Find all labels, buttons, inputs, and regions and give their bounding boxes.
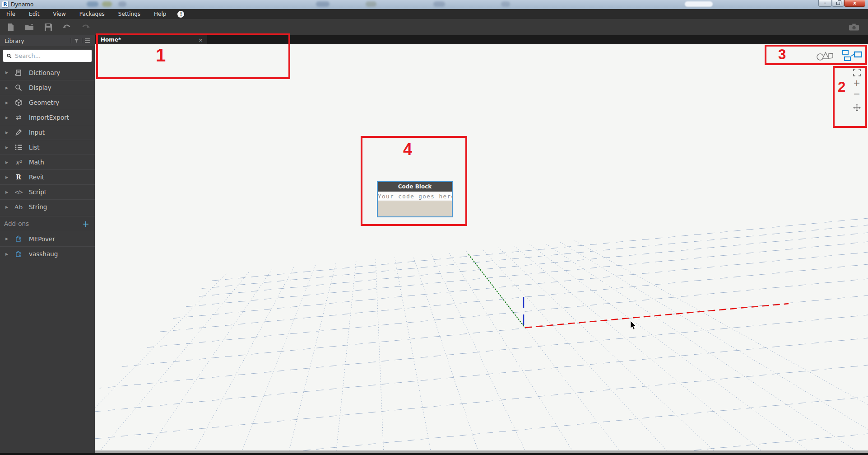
window-bottom-edge [0,453,868,455]
chevron-right-icon[interactable]: ▶ [5,116,10,120]
titlebar-blur-artifact [102,1,112,7]
pencil-icon [13,129,24,136]
library-panel: Library ▶ Dictionary ▶ Display [0,35,95,453]
annotation-box-4 [361,136,467,226]
cube-icon [13,99,24,107]
addon-item-label: vasshaug [29,250,58,258]
library-item-label: Display [29,84,51,91]
annotation-label-3: 3 [778,47,786,63]
new-file-button[interactable] [5,22,16,33]
code-icon: </> [13,189,24,195]
chevron-right-icon[interactable]: ▶ [5,145,10,150]
new-file-icon [6,23,15,32]
book-icon [13,69,24,76]
addon-item-label: MEPover [29,235,55,243]
library-item-math[interactable]: ▶ x² Math [0,155,95,169]
library-item-list[interactable]: ▶ List [0,140,95,155]
search-input[interactable] [15,52,92,59]
filter-icon[interactable] [74,38,79,43]
camera-icon [849,23,859,32]
chevron-right-icon[interactable]: ▶ [5,101,10,105]
chevron-right-icon[interactable]: ▶ [5,175,10,179]
library-item-label: Dictionary [29,69,60,76]
menu-help[interactable]: Help [147,9,173,19]
chevron-right-icon[interactable]: ▶ [5,86,10,90]
library-item-label: Script [29,188,46,196]
chevron-right-icon[interactable]: ▶ [5,190,10,194]
library-item-label: Geometry [29,99,59,106]
open-folder-icon [24,23,34,32]
restore-icon [836,2,840,5]
titlebar-blur-artifact [501,1,510,7]
library-item-revit[interactable]: ▶ R Revit [0,169,95,184]
library-item-dictionary[interactable]: ▶ Dictionary [0,65,95,80]
library-item-geometry[interactable]: ▶ Geometry [0,95,95,110]
search-icon [7,53,12,59]
puzzle-icon [13,251,24,258]
revit-icon: R [13,174,24,181]
library-item-string[interactable]: ▶ Ab String [0,199,95,214]
undo-button[interactable] [61,22,72,33]
3d-grid-preview [95,44,868,455]
menu-view[interactable]: View [46,9,72,19]
titlebar-blur-artifact [87,1,98,7]
addon-item-mepover[interactable]: ▶ MEPover [0,231,95,246]
library-item-script[interactable]: ▶ </> Script [0,184,95,199]
minimize-button[interactable]: – [818,0,832,7]
open-file-button[interactable] [24,22,35,33]
library-item-input[interactable]: ▶ Input [0,125,95,140]
menu-file[interactable]: File [0,9,22,19]
menu-settings[interactable]: Settings [111,9,147,19]
save-icon [44,23,53,32]
list-view-icon[interactable] [85,38,90,43]
ab-icon: Ab [13,203,24,211]
redo-button[interactable] [80,22,91,33]
chevron-right-icon[interactable]: ▶ [5,131,10,135]
chevron-right-icon[interactable]: ▶ [5,70,10,75]
addons-title: Add-ons [4,220,82,227]
library-item-label: Math [29,159,44,166]
menu-edit[interactable]: Edit [22,9,46,19]
library-item-label: ImportExport [29,114,69,121]
titlebar-blur-artifact [316,1,330,7]
restore-button[interactable] [832,0,844,7]
titlebar-blur-artifact [366,1,376,7]
x-squared-icon: x² [13,159,24,166]
addons-list: ▶ MEPover ▶ vasshaug [0,231,95,261]
dynamo-app-window: R Dynamo – x File Edit View Packages Set… [0,0,868,455]
app-logo-icon: R [2,1,9,8]
window-controls: – x [818,0,865,7]
chevron-right-icon[interactable]: ▶ [5,252,10,256]
screenshot-button[interactable] [849,22,859,33]
app-title: Dynamo [11,1,33,8]
save-button[interactable] [43,22,54,33]
addons-header: Add-ons + [0,216,95,231]
swap-arrows-icon: ⇄ [13,113,24,122]
workspace-canvas[interactable]: Code Block Your code goes here + [95,44,868,455]
library-item-display[interactable]: ▶ Display [0,80,95,95]
menu-packages[interactable]: Packages [73,9,111,19]
divider [82,38,82,43]
library-item-importexport[interactable]: ▶ ⇄ ImportExport [0,110,95,125]
notification-icon[interactable]: ! [177,11,184,18]
titlebar-blur-artifact [118,1,126,7]
chevron-right-icon[interactable]: ▶ [5,160,10,164]
close-button[interactable]: x [844,0,865,7]
titlebar-blur-artifact [685,1,713,7]
magnifier-icon [13,84,24,91]
annotation-label-2: 2 [838,79,845,95]
puzzle-icon [13,235,24,242]
redo-icon [81,23,91,32]
library-item-label: String [29,203,47,211]
search-box[interactable] [3,50,92,62]
titlebar-blur-artifact [433,1,445,7]
chevron-right-icon[interactable]: ▶ [5,237,10,241]
addon-item-vasshaug[interactable]: ▶ vasshaug [0,246,95,261]
annotation-label-4: 4 [403,140,412,159]
annotation-box-1 [96,33,290,79]
add-package-button[interactable]: + [82,219,89,229]
library-header-icons [71,38,90,43]
chevron-right-icon[interactable]: ▶ [5,205,10,209]
list-icon [13,144,24,150]
library-item-label: List [29,144,40,151]
